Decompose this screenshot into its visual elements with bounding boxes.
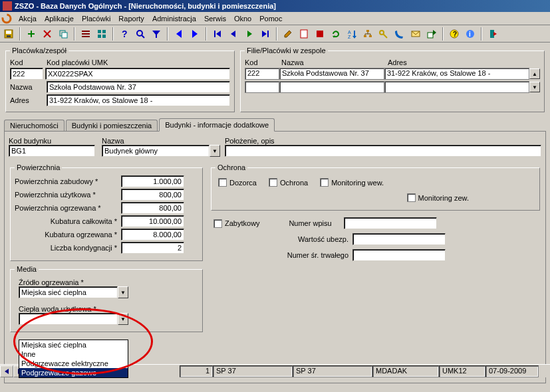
svg-marker-26 [247, 31, 252, 37]
ciepla-dropdown-list[interactable]: Miejska sieć cieplna Inne Podgrzewacze e… [19, 340, 128, 378]
zabytkowy-checkbox[interactable] [213, 219, 222, 228]
svg-text:?: ? [122, 29, 128, 39]
ciepla-opt-elektryczne[interactable]: Podgrzewacze elektryczne [19, 359, 128, 368]
scroll-down-icon[interactable]: ▼ [529, 82, 540, 92]
stop-icon[interactable] [313, 27, 327, 41]
find-icon[interactable] [133, 27, 148, 41]
svg-rect-14 [102, 30, 106, 33]
about-icon[interactable]: ? [447, 27, 462, 41]
refresh-icon[interactable] [329, 27, 343, 41]
phone-icon[interactable] [392, 27, 407, 41]
menu-administracja[interactable]: Administracja [148, 13, 200, 24]
edit-icon[interactable] [281, 27, 295, 41]
menu-serwis[interactable]: Serwis [200, 13, 230, 24]
wart-input[interactable] [352, 233, 446, 245]
svg-rect-11 [82, 33, 90, 35]
ciepla-opt-gazowe[interactable]: Podgrzewacze gazowe [19, 368, 128, 377]
first-icon[interactable] [210, 27, 225, 41]
export-icon[interactable] [424, 27, 439, 41]
zrodlo-input[interactable] [19, 286, 118, 298]
kodbud-input[interactable] [9, 145, 95, 157]
adres-label: Adres [10, 96, 47, 104]
menu-okno[interactable]: Okno [230, 13, 255, 24]
svg-marker-29 [285, 31, 291, 37]
filie-nazwa[interactable]: Szkoła Podstawowa Nr. 37 [279, 68, 384, 80]
zrodlo-dropdown-icon[interactable]: ▼ [118, 286, 128, 298]
mzew-label: Monitoring zew. [418, 194, 469, 202]
filter-icon[interactable] [149, 27, 164, 41]
filie-adres-empty[interactable] [384, 81, 529, 93]
add-icon[interactable] [24, 27, 39, 41]
kodumk-input[interactable] [45, 68, 230, 80]
zrodlo-label: Źródło ogrzewania * [19, 278, 194, 286]
save-icon[interactable] [1, 27, 16, 41]
menu-akcja[interactable]: Akcja [15, 13, 41, 24]
dozorca-checkbox[interactable] [218, 178, 227, 187]
nav-back-icon[interactable] [172, 27, 186, 41]
nazwa-input[interactable] [47, 81, 230, 93]
svg-rect-2 [6, 31, 11, 34]
prev-icon[interactable] [226, 27, 241, 41]
delete-icon[interactable] [40, 27, 55, 41]
mwew-checkbox[interactable] [320, 178, 329, 187]
ciepla-input[interactable] [19, 313, 118, 325]
menu-raporty[interactable]: Raporty [114, 13, 148, 24]
ciepla-opt-inne[interactable]: Inne [19, 349, 128, 359]
nav-fwd-icon[interactable] [188, 27, 202, 41]
filie-nazwa-empty[interactable] [279, 81, 384, 93]
list-icon[interactable] [78, 27, 93, 41]
kubc-input[interactable] [121, 215, 184, 227]
tree-icon[interactable] [360, 27, 375, 41]
nrwpis-input[interactable] [344, 217, 437, 229]
polozenie-input[interactable] [225, 145, 541, 157]
ogr-input[interactable] [121, 202, 184, 214]
ciepla-dropdown-icon[interactable]: ▼ [118, 313, 128, 325]
filie-kod[interactable]: 222 [245, 68, 279, 80]
svg-marker-27 [262, 31, 267, 37]
zab-label: Powierzchnia zabudowy * [15, 177, 121, 185]
info-icon[interactable]: i [463, 27, 478, 41]
bldg-nazwa-input[interactable] [102, 145, 209, 157]
menu-placowki[interactable]: Placówki [78, 13, 114, 24]
zab-input[interactable] [121, 175, 184, 187]
app-logo-icon [1, 13, 12, 24]
kubo-input[interactable] [121, 229, 184, 241]
kond-input[interactable] [121, 242, 184, 254]
svg-rect-30 [301, 30, 307, 38]
group-placowka-legend: Placówka/zespół [10, 47, 69, 54]
tab-budynki-dodatkowe[interactable]: Budynki - informacje dodatkowe [159, 118, 275, 132]
status-prev-icon[interactable] [0, 365, 13, 377]
svg-marker-22 [192, 30, 198, 38]
help-icon[interactable]: ? [117, 27, 132, 41]
grid-icon[interactable] [94, 27, 109, 41]
bldg-nazwa-dropdown-icon[interactable]: ▼ [209, 145, 220, 157]
last-icon[interactable] [258, 27, 273, 41]
uzy-input[interactable] [121, 189, 184, 201]
filie-kod-empty[interactable] [245, 81, 279, 93]
exit-icon[interactable] [485, 27, 500, 41]
nrtrw-input[interactable] [352, 249, 446, 261]
adres-input[interactable] [47, 94, 230, 106]
svg-marker-24 [216, 31, 221, 37]
mail-icon[interactable] [408, 27, 423, 41]
group-filie-legend: Filie/Placówki w zespole [245, 47, 328, 54]
svg-marker-20 [152, 31, 160, 38]
next-icon[interactable] [242, 27, 257, 41]
sort-icon[interactable]: AZ [344, 27, 359, 41]
ciepla-opt-miejska[interactable]: Miejska sieć cieplna [19, 340, 128, 349]
kubc-label: Kubatura całkowita * [15, 217, 121, 225]
key-icon[interactable] [376, 27, 391, 41]
svg-marker-54 [5, 369, 9, 374]
polozenie-label: Położenie, opis [225, 137, 541, 145]
menu-aplikacje[interactable]: Aplikacje [41, 13, 78, 24]
filie-adres[interactable]: 31-922 Kraków, os Stalowe 18 - [384, 68, 529, 80]
kod-input[interactable] [10, 68, 43, 80]
svg-line-19 [142, 35, 144, 38]
mzew-checkbox[interactable] [407, 193, 416, 202]
doc-icon[interactable] [297, 27, 311, 41]
duplicate-icon[interactable] [56, 27, 70, 41]
scroll-up-icon[interactable]: ▲ [529, 68, 540, 79]
ochrona-checkbox[interactable] [269, 178, 277, 187]
bldg-nazwa-label: Nazwa [102, 137, 225, 145]
menu-pomoc[interactable]: Pomoc [255, 13, 286, 24]
